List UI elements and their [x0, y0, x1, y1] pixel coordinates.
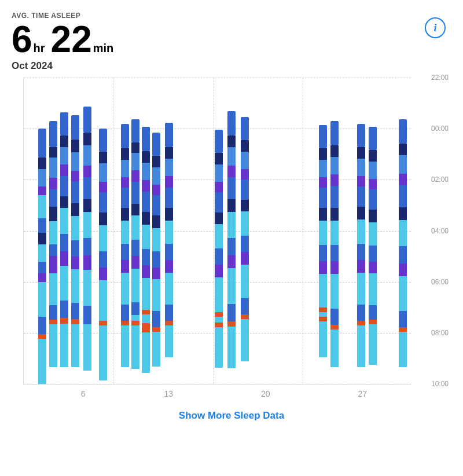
- svg-rect-74: [99, 280, 107, 315]
- svg-rect-122: [152, 167, 160, 185]
- svg-rect-138: [165, 208, 173, 221]
- bar-day16: [330, 121, 339, 367]
- bar-day1: [38, 129, 46, 384]
- svg-rect-13: [38, 339, 46, 384]
- svg-rect-251: [399, 332, 407, 367]
- svg-rect-190: [319, 188, 327, 208]
- svg-rect-224: [357, 321, 365, 325]
- svg-rect-226: [369, 127, 377, 150]
- svg-rect-47: [71, 240, 79, 257]
- svg-rect-62: [83, 270, 91, 306]
- bar-day7: [121, 124, 129, 367]
- svg-rect-18: [49, 189, 57, 207]
- x-label-13: 13: [120, 389, 218, 398]
- svg-rect-81: [121, 177, 129, 188]
- svg-rect-24: [49, 305, 57, 320]
- svg-rect-172: [227, 327, 236, 368]
- svg-rect-64: [83, 324, 91, 371]
- svg-rect-105: [142, 127, 150, 151]
- svg-rect-73: [99, 268, 107, 280]
- svg-rect-97: [131, 215, 139, 240]
- svg-rect-98: [131, 240, 139, 256]
- svg-rect-66: [99, 152, 107, 163]
- svg-rect-94: [131, 170, 139, 182]
- y-label-0600: 06:00: [431, 278, 449, 286]
- svg-rect-187: [319, 148, 327, 160]
- svg-rect-173: [241, 117, 249, 140]
- svg-rect-239: [399, 119, 407, 144]
- svg-rect-9: [38, 273, 46, 282]
- y-label-1000: 10:00: [431, 380, 449, 388]
- svg-rect-58: [83, 199, 91, 212]
- svg-rect-129: [152, 279, 160, 311]
- svg-rect-135: [165, 159, 173, 176]
- svg-rect-154: [215, 265, 223, 277]
- month-label: Oct 2024: [12, 60, 451, 72]
- svg-rect-117: [142, 323, 150, 328]
- svg-rect-174: [241, 140, 249, 152]
- svg-rect-235: [369, 273, 377, 305]
- svg-rect-247: [399, 263, 407, 276]
- svg-rect-153: [215, 248, 223, 265]
- svg-rect-157: [215, 317, 223, 323]
- svg-rect-89: [121, 321, 129, 325]
- bar-day3: [60, 112, 68, 367]
- svg-rect-79: [121, 148, 129, 160]
- svg-rect-88: [121, 305, 129, 321]
- svg-rect-220: [357, 244, 365, 260]
- svg-rect-178: [241, 200, 249, 211]
- svg-rect-2: [38, 169, 46, 186]
- bar-day8: [131, 119, 139, 369]
- svg-rect-27: [60, 112, 68, 136]
- info-icon: i: [433, 22, 436, 34]
- y-label-0200: 02:00: [431, 175, 449, 184]
- svg-rect-158: [215, 323, 223, 327]
- x-label-20: 20: [217, 389, 314, 398]
- svg-rect-120: [152, 133, 160, 156]
- svg-rect-148: [215, 164, 223, 182]
- svg-rect-244: [399, 207, 407, 220]
- svg-rect-115: [142, 310, 150, 314]
- svg-rect-91: [131, 119, 139, 142]
- header-section: AVG. TIME ASLEEP 6 hr 22 min Oct 2024 i: [12, 12, 451, 72]
- bar-day15: [319, 125, 327, 357]
- chart-area: 22:00 00:00 02:00 04:00 06:00 08:00 10:0…: [23, 78, 411, 385]
- svg-rect-77: [99, 325, 107, 380]
- svg-rect-15: [49, 147, 57, 158]
- bar-day13: [227, 111, 236, 368]
- svg-rect-208: [330, 261, 339, 274]
- svg-rect-50: [71, 303, 79, 319]
- svg-rect-206: [330, 221, 339, 245]
- svg-rect-99: [131, 256, 139, 269]
- svg-rect-151: [215, 213, 223, 224]
- svg-rect-72: [99, 251, 107, 268]
- svg-rect-140: [165, 244, 173, 260]
- svg-rect-100: [131, 269, 139, 302]
- svg-rect-212: [330, 329, 339, 367]
- bar-day10: [152, 133, 160, 367]
- svg-rect-143: [165, 305, 173, 321]
- svg-rect-229: [369, 179, 377, 189]
- svg-rect-150: [215, 192, 223, 213]
- info-button[interactable]: i: [425, 17, 446, 38]
- svg-rect-177: [241, 180, 249, 200]
- x-label-27: 27: [314, 389, 411, 398]
- show-more-button[interactable]: Show More Sleep Data: [12, 410, 451, 422]
- svg-rect-219: [357, 219, 365, 244]
- svg-rect-119: [142, 332, 150, 373]
- svg-rect-104: [131, 325, 139, 369]
- svg-rect-78: [121, 124, 129, 148]
- svg-rect-90: [121, 325, 129, 367]
- bar-day4: [71, 115, 79, 367]
- y-label-0800: 08:00: [431, 329, 449, 337]
- svg-rect-147: [215, 153, 223, 164]
- svg-rect-39: [60, 324, 68, 367]
- svg-rect-71: [99, 225, 107, 251]
- y-label-0000: 00:00: [431, 125, 449, 133]
- svg-rect-221: [357, 260, 365, 273]
- svg-rect-197: [319, 312, 327, 317]
- svg-rect-17: [49, 178, 57, 189]
- svg-rect-211: [330, 325, 339, 329]
- svg-rect-86: [121, 260, 129, 273]
- svg-rect-65: [99, 129, 107, 152]
